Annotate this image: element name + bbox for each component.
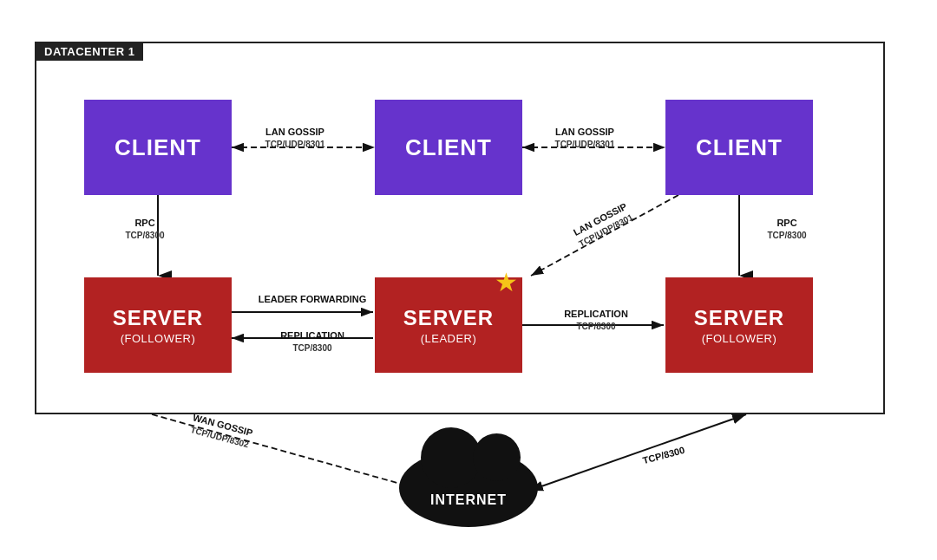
diagram-wrapper: DATACENTER 1 — [17, 16, 920, 544]
rpc-label-1: RPC TCP/8300 — [119, 217, 171, 242]
leader-star-icon: ★ — [495, 267, 518, 297]
cloud-shape — [399, 449, 538, 527]
internet-label: INTERNET — [430, 492, 507, 508]
client-box-2: CLIENT — [375, 100, 522, 195]
replication-label-1: REPLICATION TCP/8300 — [256, 329, 369, 355]
rpc-label-3: RPC TCP/8300 — [757, 217, 817, 242]
lan-gossip-label-3: LAN GOSSIP TCP/UDP/8301 — [555, 192, 652, 258]
server-box-3: SERVER (FOLLOWER) — [665, 277, 813, 373]
internet-cloud: INTERNET — [399, 449, 538, 527]
lan-gossip-label-1: LAN GOSSIP TCP/UDP/8301 — [243, 126, 347, 151]
server-box-1: SERVER (FOLLOWER) — [84, 277, 232, 373]
datacenter-label: DATACENTER 1 — [36, 42, 143, 61]
datacenter-box: DATACENTER 1 — [35, 42, 885, 414]
client-box-3: CLIENT — [665, 100, 813, 195]
replication-label-2: REPLICATION TCP/8300 — [540, 308, 652, 333]
leader-fwd-label: LEADER FORWARDING — [256, 293, 369, 305]
client-box-1: CLIENT — [84, 100, 232, 195]
svg-line-14 — [529, 414, 746, 491]
lan-gossip-label-2: LAN GOSSIP TCP/UDP/8301 — [533, 126, 637, 151]
tcp-internet-label: TCP/8300 — [625, 440, 704, 472]
